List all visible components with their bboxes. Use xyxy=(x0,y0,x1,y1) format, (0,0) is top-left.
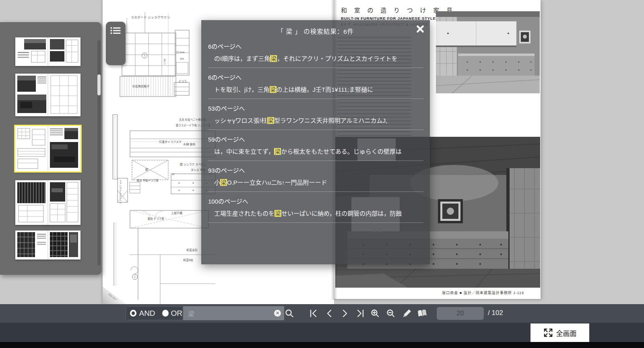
thumbnail-panel-toggle[interactable] xyxy=(106,22,126,65)
result-page-link[interactable]: 100のページへ xyxy=(208,197,430,205)
drawing-label: 杉柾無双格子 xyxy=(132,85,149,88)
search-mode-group: AND OR xyxy=(126,306,183,320)
photo-caption: 坂口商会 ■ 設計／岡本建築設計事務所 J-119 xyxy=(439,290,524,295)
photo-top-art xyxy=(436,11,540,93)
close-button[interactable] xyxy=(416,25,425,33)
search-result-item: 100のページへ 工場生産されたものを梁せいーぱいに納め，柱の鋼管の内部は，防蝕 xyxy=(201,197,430,223)
thumbnail-art xyxy=(15,180,80,225)
page-total-label: / 102 xyxy=(488,307,503,319)
result-snippet: トを取引、jけ，三角梁の上は横樋，J壬T而1¥111;ま竪樋に xyxy=(214,85,422,93)
fold-page-number: 117 xyxy=(112,296,117,301)
first-page-button[interactable] xyxy=(308,307,320,319)
book-button[interactable] xyxy=(416,307,428,319)
bottom-black-strip xyxy=(0,342,644,348)
drawing-label: 鏡台 デコラ張 xyxy=(148,217,164,220)
divider xyxy=(208,68,423,68)
last-page-button[interactable] xyxy=(354,307,366,319)
snippet-after: の上は横樋，J壬T而1¥111;ま竪樋に xyxy=(277,86,373,93)
result-page-link[interactable]: 6のページへ xyxy=(208,73,430,81)
search-result-item: 6のページへ のI順序は，まず三角梁，それにアクリ・プリズムとスカイライトを xyxy=(201,42,430,68)
result-snippet: 小梁O.Pーー立女ハu二fs↑ー門品附ーード xyxy=(214,178,422,186)
drawing-label: ファンコイルユニット xyxy=(119,180,122,204)
divider xyxy=(208,222,423,223)
fullscreen-label: 全画面 xyxy=(556,328,577,338)
plan-mark: 1 xyxy=(142,53,147,58)
divider xyxy=(208,192,423,192)
result-snippet: は，中に束を立てず，梁から根太をもたせてある。じゅらくの壁厚は xyxy=(214,147,422,155)
drawing-dimension: 365 xyxy=(180,58,184,60)
drawing-dimension: 1,760 xyxy=(163,59,166,65)
drawing-dimension: 〇-20W xyxy=(176,51,184,54)
and-radio-label[interactable]: AND xyxy=(139,309,155,318)
search-field-wrap: ✕ xyxy=(183,306,284,320)
previous-page-button[interactable] xyxy=(323,307,335,319)
page-thumbnail-2[interactable] xyxy=(15,74,80,116)
and-radio[interactable] xyxy=(130,310,136,317)
plan-mark: 1 xyxy=(132,274,138,280)
or-radio[interactable] xyxy=(162,310,169,317)
sidebar-scrollbar-thumb[interactable] xyxy=(97,74,101,95)
result-page-link[interactable]: 53のページへ xyxy=(208,104,430,112)
result-snippet: のI順序は，まず三角梁，それにアクリ・プリズムとスカイライトを xyxy=(214,54,422,62)
search-result-item: 93のページへ 小梁O.Pーー立女ハu二fs↑ー門品附ーード xyxy=(201,166,430,192)
next-page-button[interactable] xyxy=(339,307,351,319)
viewer-app: { "toolbar": { "and_label": "AND", "or_l… xyxy=(0,0,644,348)
book-icon xyxy=(418,309,427,317)
result-page-link[interactable]: 93のページへ xyxy=(208,166,430,174)
page-thumbnail-4[interactable] xyxy=(15,180,80,225)
page-number-input[interactable] xyxy=(437,307,484,320)
snippet-before: 工場生産されたものを xyxy=(214,210,275,217)
snippet-match: 梁 xyxy=(275,210,281,217)
photo-japanese-room-top xyxy=(436,11,540,93)
search-button[interactable] xyxy=(283,307,295,319)
page-thumbnail-1[interactable] xyxy=(15,37,80,66)
drawing-label: ラスボード ジュラクサテン xyxy=(131,16,170,20)
snippet-match: 梁 xyxy=(267,117,274,124)
drawing-label: 和室全形 xyxy=(186,249,198,252)
drawing-dimension: 30 xyxy=(172,173,174,175)
snippet-before: ッシャγワロス張!柱 xyxy=(214,117,267,124)
or-radio-label[interactable]: OR xyxy=(171,309,183,318)
snippet-before: トを取引、jけ，三角 xyxy=(214,86,270,93)
drawing-label: 鏡台 甲板デコラ張 xyxy=(137,179,159,182)
snippet-after: ，それにアクリ・プリズムとスカイライトを xyxy=(277,55,397,62)
toolbar xyxy=(0,304,644,323)
page-thumbnail-3-current[interactable] xyxy=(15,126,80,171)
search-result-item: 53のページへ ッシャγワロス張!柱梁型ラワンワニス天井照明アルミハニカムJ, xyxy=(201,104,430,130)
search-icon xyxy=(283,307,295,319)
drawing-label: 水樋 塩地 xyxy=(183,143,195,146)
search-results-title: 「 梁 」 の検索結果：6件 xyxy=(201,20,430,35)
result-snippet: ッシャγワロス張!柱梁型ラワンワニス天井照明アルミハニカムJ, xyxy=(214,116,422,124)
thumbnail-art xyxy=(15,126,80,171)
snippet-after: O.Pーー立女ハu二fs↑ー門品附ーード xyxy=(227,179,327,186)
result-page-link[interactable]: 59のページへ xyxy=(208,135,430,143)
sidebar-scrollbar-track[interactable] xyxy=(97,40,101,266)
snippet-match: 梁 xyxy=(270,86,277,93)
thumbnail-art xyxy=(15,37,80,66)
pencil-button[interactable] xyxy=(401,307,413,319)
search-input[interactable] xyxy=(183,306,284,320)
thumbnail-art xyxy=(15,231,80,259)
zoom-in-button[interactable] xyxy=(369,307,381,319)
fullscreen-button[interactable]: 全画面 xyxy=(530,323,589,342)
pencil-icon xyxy=(403,309,411,317)
drawing-label: 上部戸棚 xyxy=(171,212,182,215)
zoom-out-button[interactable] xyxy=(385,307,397,319)
snippet-before: は，中に束を立てず， xyxy=(214,148,274,155)
result-snippet: 工場生産されたものを梁せいーぱいに納め，柱の鋼管の内部は，防蝕 xyxy=(214,209,422,217)
divider xyxy=(208,99,423,99)
result-page-link[interactable]: 6のページへ xyxy=(208,42,430,50)
search-result-item: 59のページへ は，中に束を立てず，梁から根太をもたせてある。じゅらくの壁厚は xyxy=(201,135,430,161)
divider xyxy=(208,130,423,130)
page-thumbnail-5[interactable] xyxy=(15,231,80,259)
snippet-before: 小 xyxy=(214,179,220,186)
fullscreen-icon xyxy=(543,328,553,338)
snippet-after: せいーぱいに納め，柱の鋼管の内部は，防蝕 xyxy=(281,210,402,217)
snippet-after: 型ラワンワニス天井照明アルミハニカムJ, xyxy=(274,117,388,124)
snippet-match: 梁 xyxy=(220,179,227,186)
clear-search-button[interactable]: ✕ xyxy=(274,310,281,317)
snippet-before: のI順序は，まず三角 xyxy=(214,55,270,62)
drawing-label: デコラ xyxy=(178,80,187,83)
divider xyxy=(208,161,423,161)
list-icon xyxy=(110,27,121,35)
